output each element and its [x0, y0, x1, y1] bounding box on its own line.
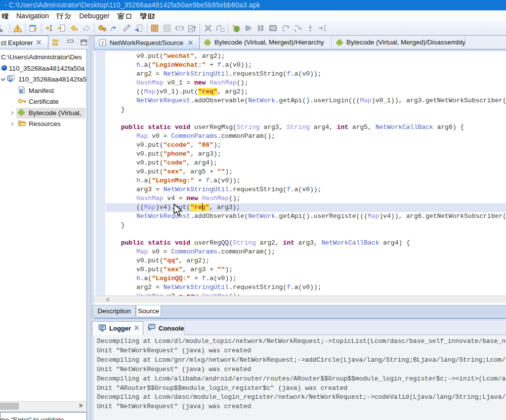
tree-item-label: Manifest	[29, 85, 54, 97]
tree-horizontal-scrollbar[interactable]: >	[0, 401, 87, 411]
tab-source[interactable]: Source	[136, 305, 161, 317]
grid-pale-icon[interactable]	[161, 22, 173, 34]
code-line[interactable]: }	[106, 105, 506, 114]
tree-item-manifest[interactable]: XManifest	[0, 85, 86, 97]
tab-description[interactable]: Description	[92, 305, 136, 317]
minimize-icon[interactable]	[66, 38, 75, 46]
gears-icon[interactable]	[96, 22, 108, 34]
new-window-icon[interactable]	[27, 22, 40, 34]
code-line[interactable]: Map v0 = CommonParams.commonParam();	[106, 248, 506, 256]
rename-icon[interactable]	[186, 22, 198, 34]
tab-console[interactable]: Console	[143, 321, 184, 335]
back-icon[interactable]	[68, 22, 80, 34]
code-line[interactable]: arg3 = NetWorkStringUtil.requestString(f…	[106, 185, 506, 194]
tree-item-110-35268aa48142fa5[interactable]: 110_35268aa48142fa5	[0, 74, 86, 85]
panel-splitter-vertical[interactable]	[87, 36, 94, 420]
code-line[interactable]: h.a("LoginMsg:" + f.a(v0));	[106, 176, 506, 185]
editor-scroll-left-arrow[interactable]: <	[106, 296, 109, 302]
code-line[interactable]	[106, 230, 506, 239]
panel-splitter-horizontal[interactable]	[94, 316, 506, 321]
editor-tab-label: Bytecode (Virtual, Merged)/Hierarchy	[214, 39, 324, 46]
comment-icon[interactable]: /*	[108, 22, 121, 34]
close-icon[interactable]	[36, 39, 42, 46]
pause-icon[interactable]	[254, 22, 267, 34]
close-icon[interactable]	[134, 325, 139, 332]
code-line[interactable]: v0.put("ccode", "86");	[106, 141, 506, 150]
chevron-down-icon[interactable]	[0, 75, 6, 84]
editor-tab-networkrequest-source[interactable]: JNetWorkRequest/Source	[94, 36, 200, 49]
code-line-current[interactable]: ((Map)v4).put("req", arg3);	[106, 203, 506, 212]
code-line[interactable]: NetWorkRequest.addObservable(NetWork.get…	[106, 212, 506, 221]
code-line[interactable]: v0.put("phone", arg3);	[106, 150, 506, 159]
menu-item-window[interactable]	[117, 10, 132, 21]
step-return-icon[interactable]	[292, 22, 304, 34]
code-line[interactable]: v0.put("sex", arg3 + "");	[106, 265, 506, 274]
tree-item-resources[interactable]: Resources	[0, 119, 86, 130]
code-line[interactable]: }	[106, 221, 506, 230]
editor-tab-bytecode-virtual-merged-hierarchy[interactable]: Bytecode (Virtual, Merged)/Hierarchy	[200, 36, 332, 49]
menu-item-edit[interactable]	[1, 10, 9, 21]
key-icon	[18, 97, 27, 106]
bug-icon[interactable]	[230, 22, 242, 34]
tree-scrollbar-thumb[interactable]	[0, 403, 19, 410]
code-line[interactable]: ((Map)v0_1).put("req", arg2);	[106, 87, 506, 96]
menu-item-help[interactable]	[140, 10, 155, 21]
code-line[interactable]: arg2 = NetWorkStringUtil.requestString(f…	[106, 70, 506, 79]
code-line[interactable]: arg2 = NetWorkStringUtil.requestString(f…	[106, 283, 506, 292]
tab-logger[interactable]: Logger	[92, 321, 143, 335]
chevron-right-icon[interactable]	[10, 109, 14, 118]
open-doc-icon[interactable]	[55, 22, 68, 34]
code-line[interactable]: h.a("LoginQQ:" + f.a(v0));	[106, 274, 506, 283]
code-line[interactable]: v0.put("qq", arg2);	[106, 256, 506, 265]
code-line[interactable]: HashMap v3 = new HashMap();	[106, 292, 506, 295]
grid-orange-icon[interactable]	[149, 22, 161, 34]
terminate-icon[interactable]	[267, 22, 279, 34]
code-line[interactable]: Map v0 = CommonParams.commonParam();	[106, 132, 506, 141]
menu-item-debugger[interactable]: Debugger	[79, 10, 110, 21]
chevron-right-icon[interactable]	[10, 120, 14, 128]
svg-text:J: J	[101, 40, 104, 45]
code-line[interactable]: v0.put("wechat", arg2);	[106, 52, 506, 61]
code-tag-icon[interactable]	[173, 22, 186, 34]
goto-field-icon[interactable]	[43, 22, 55, 34]
code-line[interactable]: h.a("LoginWechat:" + f.a(v0));	[106, 61, 506, 70]
tree-item-label: Certificate	[29, 96, 59, 108]
code-line[interactable]	[106, 114, 506, 123]
menu-item-navigation[interactable]: Navigation	[16, 10, 49, 21]
code-line[interactable]: HashMap v0_1 = new HashMap();	[106, 79, 506, 87]
log-line: Unit "ARouter$$Group$$module_login_regis…	[97, 384, 506, 393]
editor-tab-bytecode-virtual-merged-disassembly[interactable]: Bytecode (Virtual, Merged)/Disassembly	[332, 36, 465, 49]
tree-item-110-35268aa48142fa50a[interactable]: 110_35268aa48142fa50a	[0, 63, 86, 75]
run-to-line-icon[interactable]	[316, 22, 329, 34]
code-line[interactable]: public static void userRegQQ(String arg2…	[106, 239, 506, 248]
export-doc-icon[interactable]	[133, 22, 145, 34]
step-over-icon[interactable]	[279, 22, 292, 34]
stop-x-icon[interactable]	[202, 22, 214, 34]
editor-horizontal-scrollbar[interactable]: <	[94, 295, 506, 303]
step-into-icon[interactable]	[304, 22, 316, 34]
pencil-icon[interactable]	[121, 22, 133, 34]
tab-console-label: Console	[159, 325, 184, 332]
code-line[interactable]: v0.put("sex", arg5 + "");	[106, 168, 506, 176]
tab-project-explorer[interactable]: ct Explorer	[0, 36, 48, 49]
close-icon[interactable]	[188, 40, 193, 45]
refresh-icon[interactable]	[214, 22, 226, 34]
tree-filter-input[interactable]: Type "Enter" to validate	[0, 412, 87, 420]
logger-output[interactable]: Decompiling at Lcom/dl/module_topic/netw…	[94, 335, 506, 420]
link-editor-icon[interactable]	[51, 38, 60, 46]
tree-scroll-right-arrow[interactable]: >	[79, 402, 83, 409]
wrench-icon[interactable]	[0, 22, 8, 34]
resume-icon[interactable]	[242, 22, 254, 34]
menu-item-action[interactable]	[56, 10, 72, 21]
maximize-icon[interactable]	[79, 38, 88, 46]
code-line[interactable]: v0.put("code", arg4);	[106, 159, 506, 168]
code-line[interactable]: NetWorkRequest.addObservable(NetWork.get…	[106, 96, 506, 105]
source-code-editor[interactable]: v0.put("wechat", arg2); h.a("LoginWechat…	[94, 51, 506, 295]
code-line[interactable]: public static void userRegMsg(String arg…	[106, 123, 506, 132]
tree-item-certificate[interactable]: Certificate	[0, 96, 86, 108]
tree-item-bytecode-virtual[interactable]: Bytecode (Virtual,	[0, 108, 86, 119]
forward-icon[interactable]	[80, 22, 92, 34]
warning-icon[interactable]	[11, 22, 24, 34]
tree-item-c-users-administrator-des[interactable]: C:\Users\Administrator\Des	[0, 52, 86, 63]
code-line[interactable]: HashMap v4 = new HashMap();	[106, 194, 506, 203]
